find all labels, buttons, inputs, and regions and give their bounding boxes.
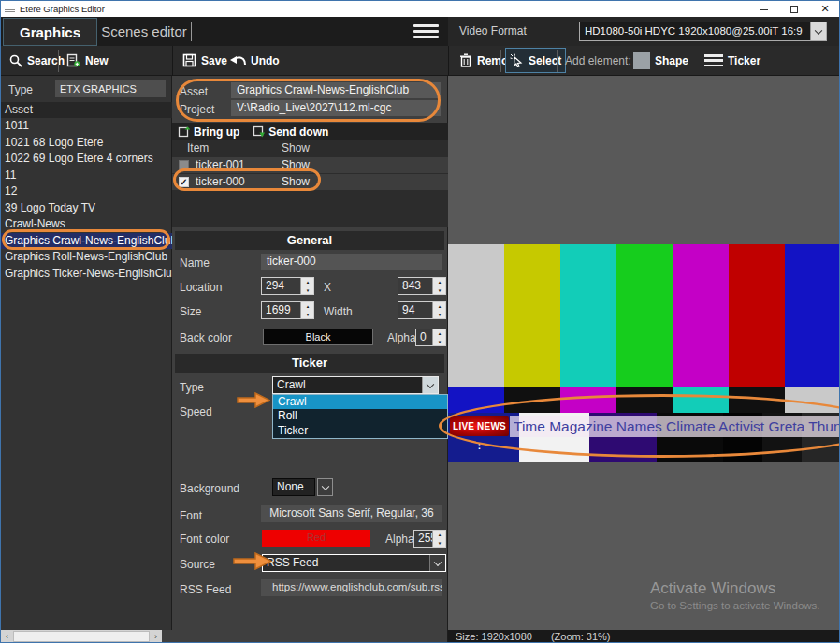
save-icon — [182, 53, 196, 67]
type-input[interactable]: ETX GRAPHICS — [55, 80, 166, 97]
arrow-down-icon[interactable] — [301, 311, 314, 319]
stepper-arrows[interactable] — [300, 302, 313, 318]
ticker-overlay[interactable]: Time Magazine Names Climate Activist Gre… — [510, 416, 840, 437]
horizontal-scrollbar[interactable]: ‹ › — [1, 630, 162, 643]
source-select[interactable]: RSS Feed — [262, 554, 446, 572]
font-alpha-stepper[interactable]: 255 — [413, 530, 446, 548]
list-item[interactable]: 11 — [1, 168, 172, 184]
checkbox-unchecked[interactable] — [179, 160, 189, 170]
scroll-right-icon[interactable]: › — [150, 630, 162, 643]
arrow-up-icon[interactable] — [433, 329, 446, 338]
scrollbar-thumb[interactable] — [13, 631, 150, 642]
menu-icon[interactable] — [413, 24, 439, 38]
stepper-arrows[interactable] — [432, 278, 445, 294]
asset-field[interactable]: Graphics Crawl-News-EnglishClub — [231, 82, 441, 98]
size-label: Size — [180, 305, 201, 318]
color-bar — [616, 387, 673, 413]
list-item[interactable]: Crawl-News — [1, 216, 172, 233]
back-alpha-stepper[interactable]: 0 — [415, 329, 446, 346]
chevron-down-icon[interactable] — [810, 22, 826, 40]
list-item-selected[interactable]: Graphics Crawl-News-EnglishClub — [1, 233, 172, 250]
background-chevron-button[interactable] — [317, 478, 333, 496]
location-y-stepper[interactable]: 294 — [261, 277, 314, 295]
scroll-left-icon[interactable]: ‹ — [1, 630, 13, 643]
project-field[interactable]: V:\Radio_Live\2027\112.ml-cgc — [231, 100, 441, 116]
asset-list-header: Asset — [1, 102, 172, 118]
undo-button[interactable]: Undo — [226, 46, 283, 75]
chevron-down-icon[interactable] — [429, 555, 445, 571]
arrow-down-icon[interactable] — [301, 286, 314, 295]
list-item[interactable]: 39 Logo Today TV — [1, 200, 172, 217]
list-item[interactable]: Graphics Ticker-News-EnglishClub — [1, 266, 172, 283]
arrow-up-icon[interactable] — [433, 278, 446, 286]
general-section-header: General — [175, 231, 444, 250]
arrow-down-icon[interactable] — [433, 311, 446, 319]
stepper-arrows[interactable] — [300, 278, 313, 294]
arrow-down-icon[interactable] — [433, 539, 446, 548]
layer-name: ticker-000 — [196, 174, 245, 190]
type-select[interactable]: Crawl — [272, 376, 439, 394]
stepper-arrows[interactable] — [432, 302, 445, 318]
location-x-stepper[interactable]: 843 — [398, 277, 446, 295]
back-color-swatch[interactable]: Black — [263, 329, 373, 345]
option-crawl[interactable]: Crawl — [273, 395, 447, 409]
tab-scenes-editor[interactable]: Scenes editor — [98, 18, 190, 46]
width-label: Width — [324, 305, 353, 318]
color-bar — [560, 244, 616, 387]
width-stepper[interactable]: 94 — [398, 301, 446, 319]
speed-label: Speed — [180, 405, 212, 418]
send-down-icon — [253, 125, 265, 138]
font-field[interactable]: Microsoft Sans Serif, Regular, 36 — [261, 505, 442, 522]
app-window: Etere Graphics Editor ✕ Graphics editor … — [0, 0, 840, 643]
list-item[interactable]: 1021 68 Logo Etere — [1, 135, 172, 152]
arrow-down-icon[interactable] — [433, 338, 446, 346]
live-news-badge: LIVE NEWS : — [450, 416, 509, 436]
chevron-down-icon[interactable] — [422, 377, 438, 393]
rss-feed-label: RSS Feed — [180, 583, 231, 596]
asset-field-label: Asset — [180, 85, 208, 98]
stepper-arrows[interactable] — [432, 329, 445, 345]
video-format-select[interactable]: HD1080-50i HDYC 1920x1080@25.00iT 16:9 — [579, 22, 827, 41]
add-shape-button[interactable]: Shape — [630, 46, 692, 75]
add-ticker-button[interactable]: Ticker — [701, 46, 764, 75]
status-size: Size: 1920x1080 — [456, 630, 532, 643]
background-select[interactable]: None — [272, 478, 315, 496]
show-toggle[interactable]: Show — [282, 174, 310, 190]
option-ticker[interactable]: Ticker — [273, 424, 447, 438]
save-button[interactable]: Save — [179, 46, 231, 75]
arrow-up-icon[interactable] — [433, 302, 446, 311]
x-label: X — [324, 281, 331, 294]
rss-feed-field[interactable]: https://www.englishclub.com/sub.rss — [261, 579, 442, 596]
arrow-up-icon[interactable] — [301, 302, 314, 311]
list-item[interactable]: Graphics Roll-News-EnglishClub — [1, 249, 172, 266]
tab-graphics-editor[interactable]: Graphics editor — [3, 18, 97, 46]
name-field[interactable]: ticker-000 — [261, 254, 442, 270]
type-field-label: Type — [180, 381, 204, 394]
show-toggle[interactable]: Show — [282, 157, 310, 173]
video-preview[interactable]: Time Magazine Names Climate Activist Gre… — [448, 244, 840, 462]
list-item[interactable]: 1011 — [1, 118, 172, 135]
bring-up-button[interactable]: Bring up — [178, 125, 239, 139]
stepper-arrows[interactable] — [432, 531, 445, 547]
layer-row-ticker-001[interactable]: ticker-001 Show — [172, 157, 448, 173]
arrow-up-icon[interactable] — [433, 531, 446, 539]
list-item[interactable]: 1022 69 Logo Etere 4 corners — [1, 151, 172, 168]
close-button[interactable]: ✕ — [811, 1, 839, 17]
minimize-button[interactable] — [749, 1, 777, 17]
colorbars-main — [448, 244, 840, 387]
checkbox-checked[interactable]: ✓ — [179, 177, 189, 187]
font-color-swatch[interactable]: Red — [262, 530, 370, 547]
size-height-stepper[interactable]: 1699 — [261, 301, 314, 319]
option-roll[interactable]: Roll — [273, 409, 447, 423]
trash-icon — [459, 53, 472, 67]
maximize-button[interactable] — [780, 1, 808, 17]
new-button[interactable]: New — [63, 46, 112, 75]
layer-row-ticker-000[interactable]: ✓ ticker-000 Show — [172, 174, 448, 190]
status-bar: Size: 1920x1080 (Zoom: 31%) — [448, 630, 840, 643]
arrow-down-icon[interactable] — [433, 286, 446, 295]
arrow-up-icon[interactable] — [301, 278, 314, 286]
send-down-button[interactable]: Send down — [253, 125, 328, 139]
location-label: Location — [180, 281, 222, 294]
list-item[interactable]: 12 — [1, 183, 172, 200]
minimize-icon — [760, 9, 768, 10]
